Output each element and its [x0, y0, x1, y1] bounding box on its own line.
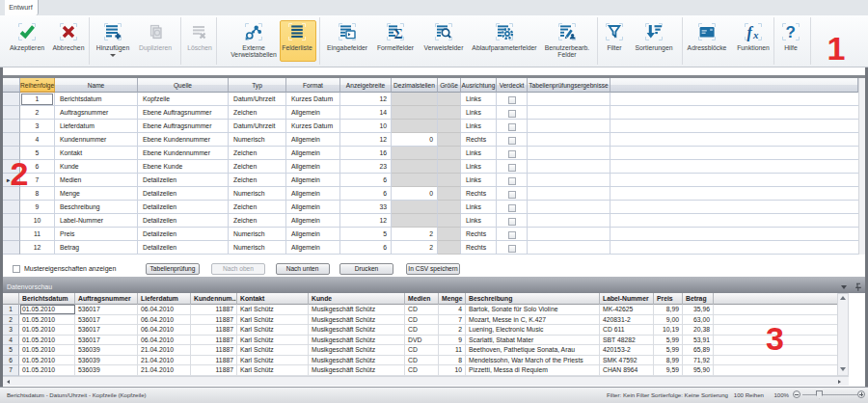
svg-text:x: x — [752, 29, 759, 40]
svg-text:?: ? — [786, 23, 796, 41]
svg-text:Σ: Σ — [394, 27, 403, 41]
